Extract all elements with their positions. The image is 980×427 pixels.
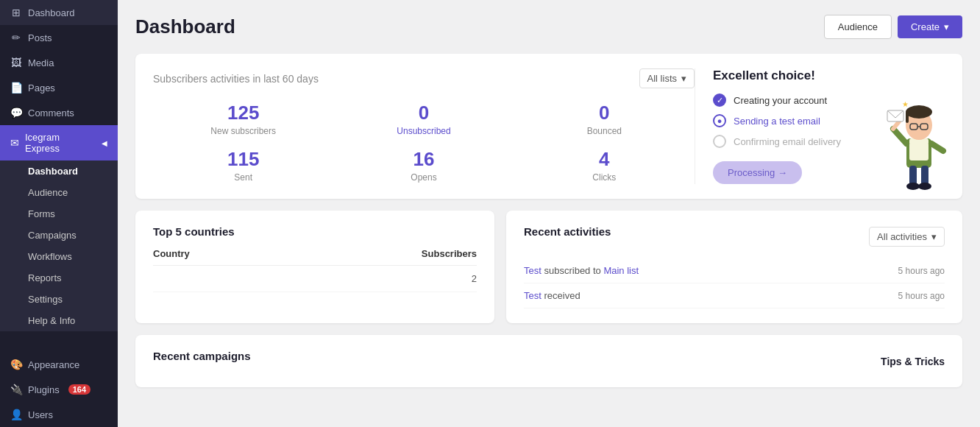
sidebar: ⊞ Dashboard ✏ Posts 🖼 Media 📄 Pages 💬 Co… xyxy=(0,0,118,427)
sidebar-item-label: Appearance xyxy=(28,359,79,370)
sidebar-item-appearance[interactable]: 🎨 Appearance xyxy=(0,352,118,377)
plugins-icon: 🔌 xyxy=(10,384,22,395)
stat-label-bounced: Bounced xyxy=(514,126,695,136)
table-row: 2 xyxy=(153,266,477,292)
svg-point-13 xyxy=(906,183,920,190)
svg-text:★: ★ xyxy=(902,100,909,108)
col-subscribers: Subscribers xyxy=(422,248,477,259)
activity-link-test-1[interactable]: Test xyxy=(524,290,542,301)
activities-filter-dropdown[interactable]: All activities ▾ xyxy=(869,227,945,247)
sidebar-item-label: Pages xyxy=(28,82,55,93)
checklist-label-0: Creating your account xyxy=(734,95,827,106)
sidebar-item-media[interactable]: 🖼 Media xyxy=(0,50,118,75)
top5-title: Top 5 countries xyxy=(153,225,477,238)
sidebar-item-comments[interactable]: 💬 Comments xyxy=(0,100,118,125)
stat-number-unsub: 0 xyxy=(333,102,514,124)
sidebar-sub-label: Workflows xyxy=(28,251,72,262)
activity-link-main-0[interactable]: Main list xyxy=(603,265,639,276)
all-lists-label: All lists xyxy=(647,73,677,84)
stat-number-bounced: 0 xyxy=(514,102,695,124)
stats-header-row: Subscribers activities in last 60 days A… xyxy=(153,68,695,88)
posts-icon: ✏ xyxy=(10,32,22,43)
sidebar-sub-label: Reports xyxy=(28,272,62,283)
sidebar-item-posts[interactable]: ✏ Posts xyxy=(0,25,118,50)
svg-point-14 xyxy=(918,183,931,190)
activity-time-1: 5 hours ago xyxy=(898,291,945,301)
sidebar-sub-label: Audience xyxy=(28,187,68,198)
excellent-title: Excellent choice! xyxy=(713,68,945,83)
sidebar-item-users[interactable]: 👤 Users xyxy=(0,402,118,427)
sidebar-item-workflows[interactable]: Workflows xyxy=(0,246,118,267)
svg-line-9 xyxy=(893,121,899,129)
create-button[interactable]: Create ▾ xyxy=(898,15,962,38)
sidebar-item-dashboard-sub[interactable]: Dashboard xyxy=(0,160,118,182)
sidebar-sub-label: Campaigns xyxy=(28,230,77,241)
all-lists-dropdown[interactable]: All lists ▾ xyxy=(639,68,695,88)
activities-header: Recent activities All activities ▾ xyxy=(524,225,945,248)
sidebar-item-settings[interactable]: Settings xyxy=(0,289,118,310)
sidebar-item-forms[interactable]: Forms xyxy=(0,203,118,225)
sidebar-item-reports[interactable]: Reports xyxy=(0,267,118,289)
sidebar-item-dashboard[interactable]: ⊞ Dashboard xyxy=(0,0,118,25)
sidebar-item-help-info[interactable]: Help & Info xyxy=(0,310,118,331)
stats-card: Subscribers activities in last 60 days A… xyxy=(135,54,962,199)
stat-label-opens: Opens xyxy=(333,172,514,183)
stat-clicks: 4 Clicks xyxy=(514,148,695,183)
stats-card-inner: Subscribers activities in last 60 days A… xyxy=(153,68,945,184)
comments-icon: 💬 xyxy=(10,107,22,119)
dropdown-arrow-icon: ▾ xyxy=(681,73,686,84)
users-icon: 👤 xyxy=(10,409,22,420)
media-icon: 🖼 xyxy=(10,57,22,68)
icegram-label: Icegram Express xyxy=(25,132,96,154)
sidebar-item-label: Posts xyxy=(28,32,52,43)
processing-button[interactable]: Processing → xyxy=(713,161,802,184)
plugins-badge: 164 xyxy=(68,384,90,395)
audience-button[interactable]: Audience xyxy=(824,15,892,39)
stat-bounced: 0 Bounced xyxy=(514,102,695,136)
activity-static-0: subscribed to xyxy=(544,265,603,276)
sidebar-sub-label: Help & Info xyxy=(28,315,75,326)
stat-label-new: New subscribers xyxy=(153,126,333,136)
icegram-express-header[interactable]: ✉ Icegram Express ◀ xyxy=(0,125,118,160)
col-country: Country xyxy=(153,248,190,259)
svg-rect-4 xyxy=(906,112,909,123)
activity-text-1: Test received xyxy=(524,290,580,301)
filter-label: All activities xyxy=(877,231,927,242)
stats-grid: 125 New subscribers 0 Unsubscribed 0 Bou… xyxy=(153,102,695,183)
sidebar-sub-label: Settings xyxy=(28,294,63,305)
stat-number-new: 125 xyxy=(153,102,333,124)
checklist-label-2: Confirming email delivery xyxy=(734,136,841,147)
stat-unsubscribed: 0 Unsubscribed xyxy=(333,102,514,136)
check-filled-icon-0: ✓ xyxy=(713,93,726,107)
appearance-icon: 🎨 xyxy=(10,359,22,370)
checklist-label-1[interactable]: Sending a test email xyxy=(734,116,820,127)
sidebar-sub-label: Dashboard xyxy=(28,166,78,177)
icegram-arrow-icon: ◀ xyxy=(102,139,107,147)
svg-line-10 xyxy=(931,144,943,151)
stat-label-unsub[interactable]: Unsubscribed xyxy=(333,126,514,136)
stat-label-sent: Sent xyxy=(153,172,333,183)
activity-time-0: 5 hours ago xyxy=(898,266,945,276)
activity-static-1: received xyxy=(544,290,580,301)
create-label: Create xyxy=(911,21,940,32)
activity-text-0: Test subscribed to Main list xyxy=(524,265,639,276)
pages-icon: 📄 xyxy=(10,82,22,93)
check-empty-icon-2 xyxy=(713,135,726,148)
sidebar-item-label: Users xyxy=(28,409,53,420)
activity-row-0: Test subscribed to Main list 5 hours ago xyxy=(524,258,945,283)
top5-countries-card: Top 5 countries Country Subscribers 2 xyxy=(135,211,494,323)
svg-rect-15 xyxy=(887,110,903,121)
page-title: Dashboard xyxy=(135,15,235,38)
filter-arrow-icon: ▾ xyxy=(931,231,937,242)
sidebar-item-campaigns[interactable]: Campaigns xyxy=(0,225,118,246)
stat-label-clicks: Clicks xyxy=(514,172,695,183)
excellent-choice-panel: Excellent choice! ✓ Creating your accoun… xyxy=(695,68,945,184)
sidebar-item-pages[interactable]: 📄 Pages xyxy=(0,75,118,100)
sidebar-sub-label: Forms xyxy=(28,208,55,219)
activities-title: Recent activities xyxy=(524,225,611,238)
activity-link-test-0[interactable]: Test xyxy=(524,265,542,276)
sidebar-item-audience[interactable]: Audience xyxy=(0,182,118,203)
bottom-row: Top 5 countries Country Subscribers 2 Re… xyxy=(135,211,962,323)
sidebar-item-plugins[interactable]: 🔌 Plugins 164 xyxy=(0,377,118,402)
svg-point-3 xyxy=(906,105,932,119)
